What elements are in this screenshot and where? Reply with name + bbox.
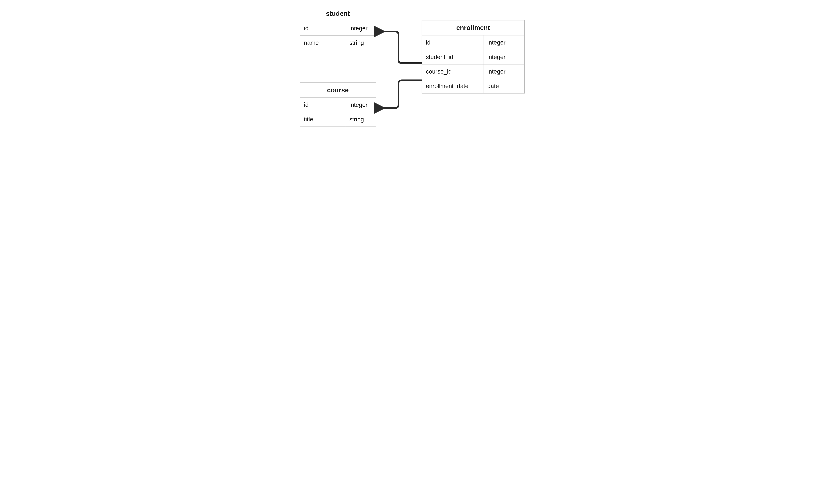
- entity-student: student id integer name string: [300, 6, 376, 50]
- entity-enrollment-col-type-2: integer: [483, 65, 524, 79]
- entity-enrollment-body: id integer student_id integer course_id …: [422, 35, 524, 93]
- er-diagram-canvas: student id integer name string course id…: [294, 0, 531, 139]
- entity-enrollment-row-2: course_id integer: [422, 64, 524, 79]
- entity-enrollment-col-name-3: enrollment_date: [422, 79, 483, 93]
- entity-course-row-1: title string: [300, 112, 376, 127]
- entity-enrollment-row-1: student_id integer: [422, 50, 524, 64]
- entity-student-body: id integer name string: [300, 21, 376, 50]
- entity-enrollment-row-3: enrollment_date date: [422, 79, 524, 93]
- entity-course-col-type-1: string: [345, 112, 376, 127]
- entity-course-title: course: [300, 83, 376, 98]
- entity-course-col-type-0: integer: [345, 98, 376, 112]
- entity-course-body: id integer title string: [300, 98, 376, 127]
- entity-enrollment-col-name-1: student_id: [422, 50, 483, 64]
- entity-enrollment-col-type-1: integer: [483, 50, 524, 64]
- entity-enrollment-title: enrollment: [422, 20, 524, 35]
- entity-student-row-1: name string: [300, 35, 376, 50]
- entity-enrollment-row-0: id integer: [422, 35, 524, 50]
- entity-course-col-name-0: id: [300, 98, 345, 112]
- entity-course-col-name-1: title: [300, 112, 345, 127]
- entity-course: course id integer title string: [300, 82, 376, 127]
- entity-course-row-0: id integer: [300, 98, 376, 112]
- entity-student-col-type-0: integer: [345, 21, 376, 35]
- entity-student-col-name-1: name: [300, 36, 345, 50]
- entity-enrollment-col-name-0: id: [422, 35, 483, 50]
- entity-student-title: student: [300, 6, 376, 21]
- connector-student-id: [381, 31, 422, 63]
- connector-course-id: [381, 80, 422, 108]
- entity-student-row-0: id integer: [300, 21, 376, 35]
- entity-enrollment-col-type-3: date: [483, 79, 524, 93]
- entity-enrollment-col-name-2: course_id: [422, 65, 483, 79]
- entity-student-col-name-0: id: [300, 21, 345, 35]
- entity-student-col-type-1: string: [345, 36, 376, 50]
- entity-enrollment-col-type-0: integer: [483, 35, 524, 50]
- entity-enrollment: enrollment id integer student_id integer…: [422, 20, 525, 93]
